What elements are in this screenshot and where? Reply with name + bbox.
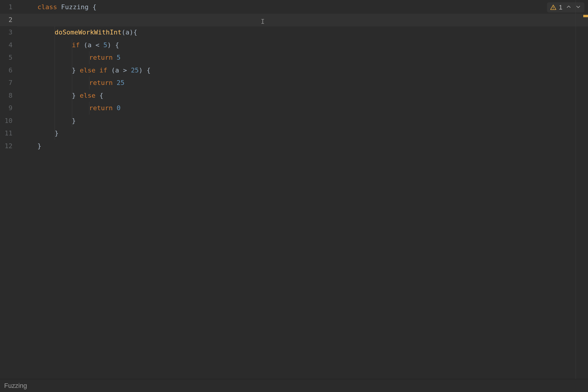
code-line[interactable]: class Fuzzing {: [17, 1, 588, 14]
code-token: a: [115, 67, 123, 74]
code-token: (: [121, 29, 125, 36]
code-token: {: [99, 92, 103, 99]
indent-guide: [55, 89, 55, 102]
code-token: 0: [117, 104, 121, 112]
code-token: else: [80, 92, 99, 99]
indent-guide: [55, 115, 55, 127]
code-editor[interactable]: 123456789101112 I class Fuzzing {doSomeW…: [0, 0, 588, 379]
code-token: return: [89, 79, 117, 86]
code-token: }: [72, 117, 76, 124]
code-token: a: [88, 41, 96, 49]
code-line[interactable]: }: [17, 127, 588, 140]
indent-guide: [55, 64, 55, 77]
code-line[interactable]: return 5: [17, 51, 588, 64]
code-token: }: [55, 129, 59, 137]
breadcrumb-item[interactable]: Fuzzing: [4, 382, 27, 390]
line-number[interactable]: 12: [0, 140, 17, 153]
indent-guide: [72, 77, 72, 89]
indent-guide: [55, 51, 55, 64]
line-number[interactable]: 1: [0, 1, 17, 14]
code-line[interactable]: doSomeWorkWithInt(a){: [17, 26, 588, 39]
code-token: }: [72, 92, 80, 99]
code-line[interactable]: } else {: [17, 89, 588, 102]
code-line[interactable]: }: [17, 140, 588, 153]
code-token: {: [92, 3, 96, 11]
indent-guide: [72, 51, 72, 64]
error-stripe[interactable]: [583, 0, 588, 379]
line-number[interactable]: 2: [0, 14, 17, 26]
line-number[interactable]: 9: [0, 102, 17, 115]
code-area[interactable]: I class Fuzzing {doSomeWorkWithInt(a){if…: [17, 0, 588, 379]
code-token: doSomeWorkWithInt: [55, 29, 121, 36]
indent-guide: [55, 39, 55, 52]
code-token: Fuzzing: [61, 3, 92, 11]
right-margin-guide: [576, 0, 576, 379]
code-token: return: [89, 104, 117, 112]
code-line[interactable]: return 0: [17, 102, 588, 115]
code-line[interactable]: }: [17, 115, 588, 127]
line-number[interactable]: 6: [0, 64, 17, 77]
code-token: if: [72, 41, 84, 49]
code-line[interactable]: return 25: [17, 77, 588, 89]
code-line[interactable]: } else if (a > 25) {: [17, 64, 588, 77]
code-token: <: [96, 41, 104, 49]
code-token: a: [125, 29, 129, 36]
code-token: }: [72, 67, 80, 74]
code-token: 5: [103, 41, 107, 49]
warning-count: 1: [559, 4, 562, 11]
indent-guide: [55, 77, 55, 89]
line-number[interactable]: 4: [0, 39, 17, 52]
svg-rect-0: [553, 7, 554, 8]
warning-marker[interactable]: [583, 15, 588, 17]
code-token: ) {: [107, 41, 119, 49]
code-token: ) {: [139, 67, 151, 74]
code-line[interactable]: if (a < 5) {: [17, 39, 588, 52]
indent-guide: [72, 102, 72, 115]
prev-highlight-button[interactable]: [565, 4, 572, 11]
code-token: 25: [131, 67, 139, 74]
text-cursor-icon: I: [261, 18, 265, 25]
code-line[interactable]: [17, 14, 588, 26]
code-token: }: [37, 142, 41, 150]
line-number[interactable]: 5: [0, 51, 17, 64]
line-number[interactable]: 10: [0, 115, 17, 127]
warning-triangle-icon: [550, 4, 557, 11]
next-highlight-button[interactable]: [575, 4, 581, 11]
line-number[interactable]: 8: [0, 89, 17, 102]
code-token: (: [111, 67, 115, 74]
code-token: 25: [117, 79, 125, 86]
code-token: >: [123, 67, 131, 74]
inspections-widget[interactable]: 1: [547, 2, 584, 12]
line-number[interactable]: 7: [0, 77, 17, 89]
line-number-gutter[interactable]: 123456789101112: [0, 0, 17, 379]
code-token: ){: [129, 29, 137, 36]
code-token: 5: [117, 54, 121, 61]
indent-guide: [55, 102, 55, 115]
line-number[interactable]: 11: [0, 127, 17, 140]
code-token: (: [84, 41, 88, 49]
code-token: return: [89, 54, 117, 61]
code-token: else if: [80, 67, 111, 74]
code-token: class: [37, 3, 61, 11]
line-number[interactable]: 3: [0, 26, 17, 39]
svg-rect-1: [553, 9, 554, 9]
breadcrumb[interactable]: Fuzzing: [0, 379, 588, 392]
